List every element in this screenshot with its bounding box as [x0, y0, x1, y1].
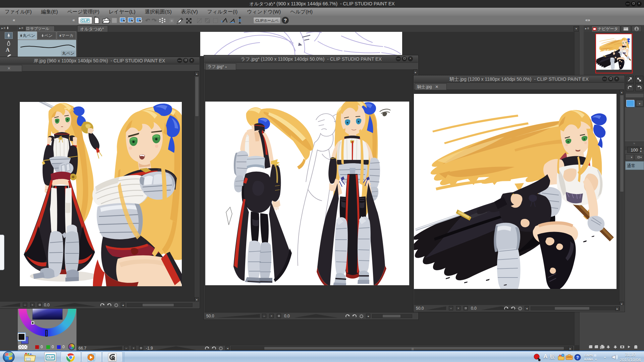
svg-text:?: ?	[576, 355, 579, 360]
